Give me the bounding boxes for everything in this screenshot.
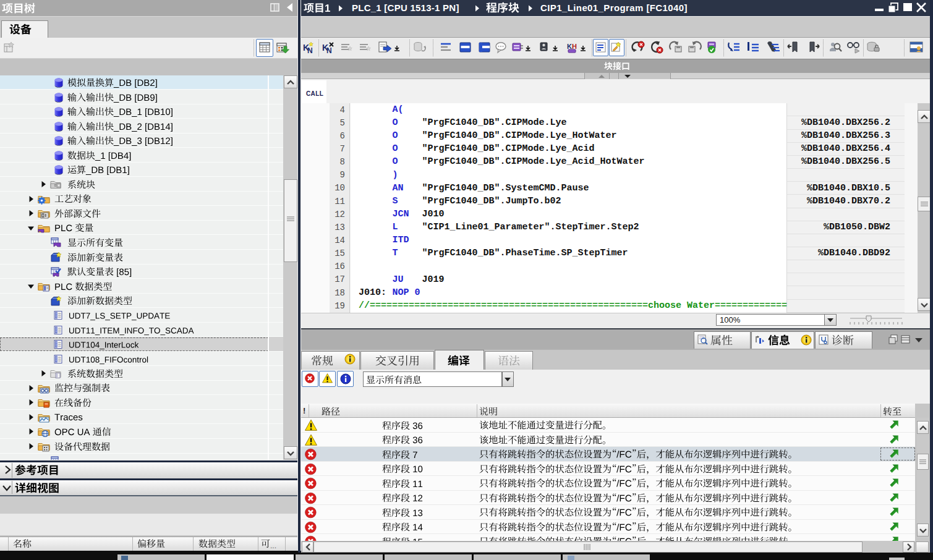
svg-text:K: K [567,43,572,50]
svg-text:N: N [307,46,313,55]
svg-text:N: N [326,46,332,55]
svg-text:H: H [572,43,577,50]
